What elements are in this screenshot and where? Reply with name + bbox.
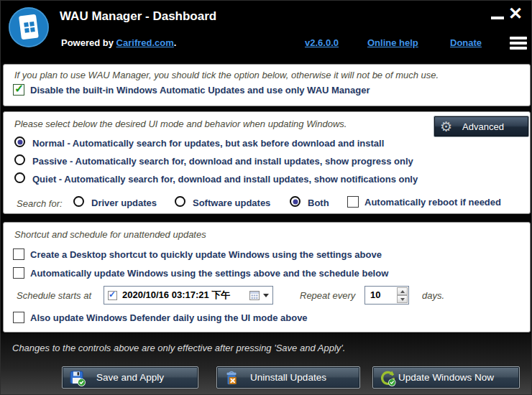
save-icon	[69, 370, 86, 387]
repeat-every-label: Repeat every	[300, 290, 355, 301]
defender-checkbox[interactable]	[13, 312, 24, 323]
setup-intro-text: If you plan to use WAU Manager, you shou…	[14, 70, 439, 80]
auto-update-label: Automatically update Windows using the s…	[30, 268, 388, 279]
desktop-shortcut-row: Create a Desktop shortcut to quickly upd…	[13, 248, 520, 261]
schedule-section: Shortcut and schedule for unattended upd…	[3, 222, 531, 333]
stepper-up-button[interactable]	[397, 287, 408, 295]
check-icon: ✓	[109, 289, 116, 299]
update-icon	[380, 370, 397, 387]
driver-updates-radio[interactable]	[73, 196, 84, 207]
software-updates-label: Software updates	[193, 198, 270, 208]
both-radio[interactable]	[290, 196, 301, 207]
mode-row-normal: Normal - Automatically search for update…	[14, 136, 521, 151]
setup-section: If you plan to use WAU Manager, you shou…	[3, 64, 531, 106]
auto-update-checkbox[interactable]	[13, 267, 24, 279]
both-label: Both	[308, 198, 329, 208]
app-logo-icon	[8, 6, 50, 48]
mode-section: Please select below the desired UI mode …	[3, 111, 531, 214]
desktop-shortcut-label: Create a Desktop shortcut to quickly upd…	[30, 249, 382, 260]
window-title: WAU Manager - Dashboard	[60, 9, 216, 24]
close-button[interactable]: ✕	[508, 4, 523, 24]
mode-label-quiet: Quiet - Automatically search for, downlo…	[32, 174, 418, 185]
version-link[interactable]: v2.6.0.0	[305, 37, 339, 48]
up-arrow-icon	[400, 290, 405, 293]
uninstall-updates-label: Uninstall Updates	[250, 372, 326, 383]
footer: Changes to the controls above are only e…	[1, 333, 532, 395]
update-windows-now-label: Update Windows Now	[398, 372, 494, 383]
mode-row-passive: Passive - Automatically search for, down…	[14, 154, 521, 169]
software-updates-radio[interactable]	[175, 196, 185, 207]
title-bar: WAU Manager - Dashboard Powered by Carif…	[1, 1, 532, 62]
advanced-button-label: Advanced	[462, 121, 504, 132]
mode-radio-passive[interactable]	[14, 154, 25, 165]
reboot-checkbox[interactable]	[347, 196, 359, 208]
desktop-shortcut-checkbox[interactable]	[13, 248, 24, 260]
defender-label: Also update Windows Defender daily using…	[30, 312, 308, 323]
wau-manager-window: WAU Manager - Dashboard Powered by Carif…	[0, 0, 532, 395]
schedule-enabled-checkbox[interactable]: ✓	[108, 291, 117, 300]
driver-updates-label: Driver updates	[91, 198, 157, 208]
schedule-datetime-value: 2020/10/16 03:17:21 下午	[122, 289, 230, 302]
powered-by-label: Powered by	[61, 37, 114, 48]
gear-icon: ⚙	[440, 118, 452, 135]
menu-icon[interactable]	[510, 37, 527, 50]
mode-label-passive: Passive - Automatically search for, down…	[32, 156, 413, 167]
carifred-link[interactable]: Carifred.com	[116, 37, 174, 48]
mode-radio-normal[interactable]	[14, 136, 25, 147]
disable-auto-updates-checkbox[interactable]: ✓	[13, 84, 24, 96]
powered-by-text: Powered by Carifred.com.	[61, 37, 176, 48]
days-label: days.	[422, 290, 444, 301]
update-windows-now-button[interactable]: Update Windows Now	[372, 366, 520, 389]
disable-auto-updates-label: Disable the built-in Windows Automatic U…	[30, 85, 370, 96]
auto-update-row: Automatically update Windows using the s…	[13, 267, 520, 280]
disable-auto-updates-row: ✓ Disable the built-in Windows Automatic…	[13, 84, 516, 97]
minimize-button[interactable]	[491, 17, 504, 19]
search-for-label: Search for:	[17, 198, 63, 209]
advanced-button[interactable]: ⚙ Advanced	[434, 116, 529, 137]
dropdown-arrow-icon	[263, 294, 269, 297]
stepper-down-button[interactable]	[397, 295, 408, 303]
footer-note: Changes to the controls above are only e…	[12, 343, 345, 353]
schedule-datetime-picker[interactable]: ✓ 2020/10/16 03:17:21 下午	[104, 286, 273, 305]
defender-row: Also update Windows Defender daily using…	[13, 312, 520, 325]
save-and-apply-button[interactable]: Save and Apply	[62, 366, 198, 389]
donate-link[interactable]: Donate	[450, 37, 482, 48]
uninstall-icon	[224, 370, 241, 387]
mode-radio-quiet[interactable]	[14, 172, 25, 183]
calendar-icon	[249, 291, 260, 300]
reboot-label: Automatically reboot if needed	[364, 197, 501, 208]
repeat-days-value: 10	[370, 289, 380, 300]
mode-label-normal: Normal - Automatically search for update…	[32, 138, 384, 149]
check-icon: ✓	[14, 82, 24, 96]
schedule-starts-label: Schedule starts at	[17, 290, 91, 301]
powered-suffix: .	[174, 37, 177, 48]
down-arrow-icon	[400, 298, 405, 301]
uninstall-updates-button[interactable]: Uninstall Updates	[216, 366, 360, 389]
mode-row-quiet: Quiet - Automatically search for, downlo…	[14, 172, 521, 187]
online-help-link[interactable]: Online help	[367, 37, 418, 48]
save-and-apply-label: Save and Apply	[96, 372, 164, 383]
mode-intro-text: Please select below the desired UI mode …	[14, 118, 347, 129]
repeat-days-stepper[interactable]: 10	[364, 286, 409, 305]
schedule-intro-text: Shortcut and schedule for unattended upd…	[14, 229, 206, 240]
